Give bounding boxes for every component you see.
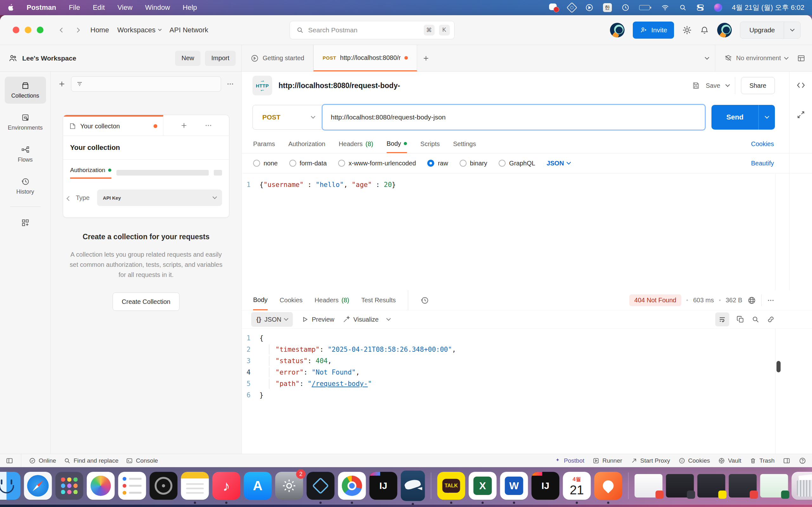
search-input[interactable] xyxy=(308,26,419,34)
workspace-name[interactable]: Lee's Workspace xyxy=(22,55,76,62)
postbot-button[interactable]: Postbot xyxy=(554,457,584,464)
diamond-app-status-icon[interactable] xyxy=(566,2,577,13)
dock-app-store[interactable]: A xyxy=(244,472,272,500)
toggle-sidebar-icon[interactable] xyxy=(6,457,13,464)
sidebar-item-environments[interactable]: Environments xyxy=(5,109,46,135)
siri-icon[interactable] xyxy=(714,3,722,12)
dock-minimized-window-calendar[interactable] xyxy=(635,474,663,498)
radio-binary[interactable]: binary xyxy=(460,160,487,167)
apple-logo-icon[interactable] xyxy=(8,4,14,11)
dock-whale-app[interactable] xyxy=(401,470,425,501)
console-button[interactable]: Console xyxy=(126,457,158,464)
visualize-options-chevron[interactable] xyxy=(386,316,391,321)
menu-view[interactable]: View xyxy=(117,3,132,12)
dock-word[interactable]: W xyxy=(500,472,528,500)
copy-icon[interactable] xyxy=(736,315,745,324)
nav-api-network[interactable]: API Network xyxy=(169,26,208,34)
tabs-list-chevron[interactable] xyxy=(705,55,709,60)
new-button[interactable]: New xyxy=(175,51,200,66)
response-history-icon[interactable] xyxy=(420,296,429,305)
add-collection-plus-icon[interactable] xyxy=(58,80,66,88)
settings-gear-icon[interactable] xyxy=(682,25,692,35)
response-size[interactable]: 362 B xyxy=(726,297,742,304)
dock-feather-app[interactable] xyxy=(595,472,622,500)
team-avatar[interactable] xyxy=(610,23,624,38)
dock-launchpad[interactable] xyxy=(55,472,84,500)
input-source-indicator[interactable]: 한 xyxy=(603,3,612,12)
sidebar-configure-button[interactable] xyxy=(5,214,46,232)
nav-home[interactable]: Home xyxy=(90,26,109,34)
collapse-expand-icon[interactable] xyxy=(797,110,805,119)
dock-chrome[interactable] xyxy=(338,472,366,500)
response-body-viewer[interactable]: 1{2 "timestamp": "2025-04-21T08:58:26.34… xyxy=(242,328,812,454)
save-options-chevron[interactable] xyxy=(725,82,730,87)
control-center-icon[interactable] xyxy=(696,3,705,12)
wrap-text-button[interactable] xyxy=(715,313,729,326)
sidebar-item-collections[interactable]: Collections xyxy=(5,77,46,104)
response-format-dropdown[interactable]: {} JSON xyxy=(251,312,293,327)
response-tab-headers[interactable]: Headers (8) xyxy=(315,290,349,310)
environment-selector[interactable]: No environment xyxy=(722,54,791,62)
dock-diamond-app[interactable] xyxy=(307,472,335,500)
time-machine-icon[interactable] xyxy=(621,3,629,12)
menu-edit[interactable]: Edit xyxy=(93,3,105,12)
response-more-icon[interactable] xyxy=(767,296,775,304)
import-button[interactable]: Import xyxy=(205,51,236,66)
sidebar-item-flows[interactable]: Flows xyxy=(5,141,46,168)
minimize-window-button[interactable] xyxy=(25,26,32,33)
radio-none[interactable]: none xyxy=(253,160,278,167)
wifi-icon[interactable] xyxy=(661,4,670,11)
dock-calendar[interactable]: 4월21 xyxy=(563,472,591,500)
cookies-button[interactable]: Cookies xyxy=(678,457,710,464)
send-options-chevron[interactable] xyxy=(758,105,775,130)
dock-minimized-window-dark-2[interactable] xyxy=(698,474,725,498)
save-icon[interactable] xyxy=(692,81,700,90)
play-status-icon[interactable] xyxy=(585,3,594,12)
dock-intellij[interactable]: IJ xyxy=(369,472,397,500)
request-body-editor[interactable]: 1{"username" : "hello", "age" : 20} xyxy=(242,173,812,290)
menu-help[interactable]: Help xyxy=(183,3,197,12)
dock-safari[interactable] xyxy=(24,472,52,500)
code-snippet-icon[interactable] xyxy=(796,80,806,90)
language-dropdown[interactable]: JSON xyxy=(547,160,570,167)
response-tab-test-results[interactable]: Test Results xyxy=(361,290,396,310)
tab-scripts[interactable]: Scripts xyxy=(420,135,440,153)
collections-filter-input[interactable] xyxy=(71,76,221,92)
preview-button[interactable]: Preview xyxy=(301,316,334,323)
send-button[interactable]: Send xyxy=(711,105,775,130)
radio-graphql[interactable]: GraphQL xyxy=(499,160,535,167)
upgrade-button[interactable]: Upgrade xyxy=(740,21,801,39)
tab-getting-started[interactable]: Getting started xyxy=(242,45,313,71)
dock-minimized-window-excel[interactable] xyxy=(760,474,788,498)
tab-settings[interactable]: Settings xyxy=(453,135,476,153)
online-status[interactable]: Online xyxy=(29,457,56,464)
menu-bar-clock[interactable]: 4월 21일 (월) 오후 6:02 xyxy=(732,3,804,12)
global-search[interactable]: ⌘ K xyxy=(290,21,455,39)
network-globe-icon[interactable] xyxy=(747,296,756,305)
collections-more-icon[interactable] xyxy=(226,80,235,88)
url-input[interactable] xyxy=(322,113,705,121)
dock-minimized-window-dark-3[interactable] xyxy=(729,474,757,498)
tab-params[interactable]: Params xyxy=(253,135,275,153)
response-tab-cookies[interactable]: Cookies xyxy=(280,290,303,310)
upgrade-dropdown[interactable] xyxy=(784,22,800,38)
close-window-button[interactable] xyxy=(13,26,19,33)
invite-button[interactable]: Invite xyxy=(633,21,674,39)
dock-minimized-window-dark-1[interactable] xyxy=(666,474,694,498)
response-status-badge[interactable]: 404 Not Found xyxy=(629,294,681,306)
panel-collapse-chevron[interactable] xyxy=(67,196,71,202)
tab-authorization[interactable]: Authorization xyxy=(288,135,325,153)
sidebar-item-history[interactable]: History xyxy=(5,173,46,200)
save-button[interactable]: Save xyxy=(706,82,720,89)
nav-workspaces[interactable]: Workspaces xyxy=(117,26,161,34)
link-icon[interactable] xyxy=(767,315,775,324)
create-collection-button[interactable]: Create Collection xyxy=(113,292,180,311)
runner-button[interactable]: Runner xyxy=(593,457,622,464)
radio-x-www-form-urlencoded[interactable]: x-www-form-urlencoded xyxy=(338,160,416,167)
dock-reminders[interactable] xyxy=(118,472,146,500)
menu-app-name[interactable]: Postman xyxy=(27,3,56,12)
user-avatar[interactable] xyxy=(717,23,732,38)
find-and-replace-button[interactable]: Find and replace xyxy=(64,457,119,464)
panel-layout-icon[interactable] xyxy=(783,457,791,464)
dock-photos[interactable] xyxy=(87,472,115,500)
